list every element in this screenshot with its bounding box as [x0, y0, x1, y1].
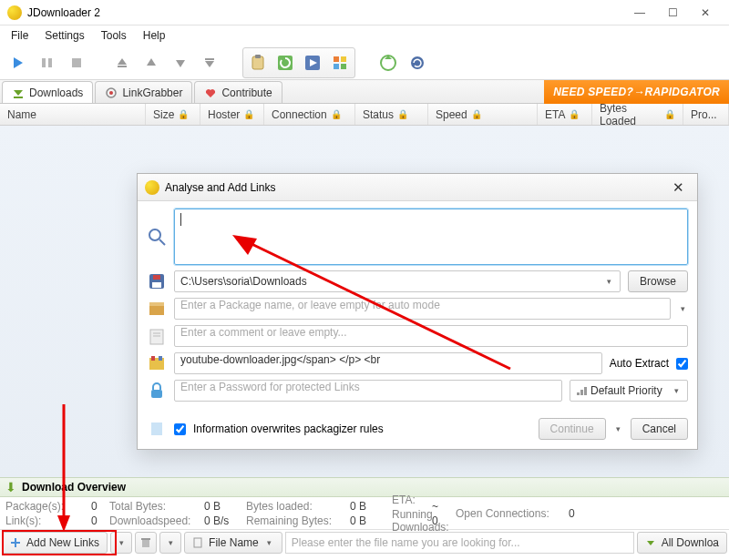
heart-icon — [204, 87, 217, 99]
col-eta[interactable]: ETA🔒 — [538, 104, 592, 125]
overview-title: Download Overview — [22, 481, 126, 494]
svg-rect-47 — [151, 390, 162, 398]
col-bytes-loaded[interactable]: Bytes Loaded🔒 — [592, 104, 683, 125]
reconnect-button[interactable] — [405, 50, 430, 76]
svg-point-25 — [109, 91, 113, 95]
svg-rect-45 — [151, 356, 155, 361]
move-up-button[interactable] — [139, 50, 164, 76]
plus-icon — [10, 537, 21, 548]
svg-rect-29 — [141, 538, 150, 540]
info-icon — [147, 419, 167, 439]
chunks-button[interactable] — [327, 50, 353, 76]
svg-rect-10 — [252, 56, 263, 69]
svg-rect-16 — [341, 56, 346, 62]
col-speed[interactable]: Speed🔒 — [428, 104, 538, 125]
continue-dropdown[interactable]: ▾ — [613, 424, 623, 433]
banner-ad[interactable]: NEED SPEED?→RAPIDGATOR — [544, 80, 729, 104]
dialog-title: Analyse and Add Links — [165, 181, 275, 194]
move-down-button[interactable] — [168, 50, 193, 76]
update-button[interactable] — [375, 50, 401, 76]
auto-reconnect-button[interactable] — [272, 50, 298, 76]
clipboard-button[interactable] — [245, 50, 271, 76]
stop-button[interactable] — [64, 50, 89, 76]
close-button[interactable]: ✕ — [689, 2, 722, 24]
col-size[interactable]: Size🔒 — [146, 104, 200, 125]
links-value: 0 — [91, 514, 98, 527]
trash-button[interactable] — [135, 532, 157, 554]
svg-rect-49 — [580, 390, 583, 395]
tab-contribute-label: Contribute — [221, 87, 272, 99]
tab-contribute[interactable]: Contribute — [194, 81, 282, 103]
menu-settings[interactable]: Settings — [37, 27, 91, 44]
add-new-links-button[interactable]: Add New Links — [2, 532, 108, 554]
package-name-input[interactable]: Enter a Package name, or leave empty for… — [174, 298, 671, 320]
auto-start-button[interactable] — [300, 50, 325, 76]
dialog-close-button[interactable]: ✕ — [667, 179, 690, 196]
tab-linkgrabber[interactable]: LinkGrabber — [95, 81, 192, 103]
svg-marker-4 — [118, 58, 127, 65]
download-overview-bar[interactable]: ⬇ Download Overview — [0, 477, 729, 497]
svg-rect-2 — [48, 58, 52, 67]
priority-dropdown[interactable]: Default Priority▾ — [570, 380, 688, 402]
svg-rect-28 — [142, 540, 149, 547]
analyse-add-links-dialog: Analyse and Add Links ✕ C:\Users\soria\D… — [137, 173, 698, 450]
svg-rect-40 — [149, 302, 164, 306]
archive-name-input[interactable]: youtube-downloader.jpg</span> </p> <br — [174, 352, 602, 374]
menu-help[interactable]: Help — [136, 27, 173, 44]
move-top-button[interactable] — [109, 50, 135, 76]
svg-marker-0 — [14, 57, 23, 68]
all-downloads-button[interactable]: All Downloa — [637, 532, 727, 554]
menu-bar: File Settings Tools Help — [0, 25, 729, 46]
path-dropdown[interactable]: C:\Users\soria\Downloads▾ — [174, 270, 621, 292]
comment-input[interactable]: Enter a comment or leave empty... — [174, 325, 688, 347]
svg-rect-17 — [334, 64, 339, 69]
menu-file[interactable]: File — [4, 27, 36, 44]
col-name[interactable]: Name — [0, 104, 146, 125]
menu-tools[interactable]: Tools — [94, 27, 134, 44]
auto-extract-checkbox[interactable] — [676, 358, 688, 370]
tab-downloads-label: Downloads — [29, 87, 83, 99]
toolbar — [0, 46, 729, 80]
col-hoster[interactable]: Hoster🔒 — [200, 104, 264, 125]
play-button[interactable] — [5, 50, 31, 76]
maximize-button[interactable]: ☐ — [656, 2, 689, 24]
svg-rect-48 — [577, 392, 580, 395]
svg-point-34 — [149, 229, 160, 240]
links-textarea[interactable] — [174, 209, 688, 265]
archive-icon — [147, 353, 167, 373]
cancel-button[interactable]: Cancel — [631, 418, 688, 440]
move-bottom-button[interactable] — [197, 50, 222, 76]
trash-dropdown-button[interactable]: ▾ — [159, 532, 181, 554]
add-dropdown-button[interactable]: ▾ — [110, 532, 132, 554]
priority-icon — [576, 385, 587, 396]
svg-rect-38 — [153, 275, 160, 280]
search-input[interactable]: Please enter the file name you are looki… — [285, 532, 634, 554]
col-status[interactable]: Status🔒 — [355, 104, 428, 125]
svg-rect-15 — [334, 56, 339, 62]
svg-marker-8 — [205, 61, 214, 67]
save-icon — [147, 271, 167, 291]
svg-rect-30 — [194, 538, 201, 547]
pause-button[interactable] — [35, 50, 60, 76]
tab-linkgrabber-label: LinkGrabber — [122, 87, 182, 99]
svg-marker-6 — [147, 58, 156, 66]
svg-rect-41 — [150, 330, 163, 344]
filename-filter[interactable]: File Name ▾ — [184, 532, 282, 554]
app-logo-icon — [7, 5, 22, 20]
svg-rect-27 — [11, 542, 20, 544]
add-new-links-label: Add New Links — [26, 536, 99, 549]
svg-rect-39 — [149, 305, 164, 315]
minimize-button[interactable]: — — [623, 2, 656, 24]
overwrite-checkbox[interactable] — [174, 423, 186, 435]
svg-rect-11 — [255, 55, 261, 58]
bottom-bar: Add New Links ▾ ▾ File Name ▾ Please ent… — [0, 530, 729, 555]
continue-button[interactable]: Continue — [539, 418, 606, 440]
col-pro[interactable]: Pro... — [683, 104, 729, 125]
col-connection[interactable]: Connection🔒 — [264, 104, 355, 125]
filename-label: File Name — [209, 536, 259, 549]
browse-button[interactable]: Browse — [628, 270, 688, 292]
password-input[interactable]: Enter a Password for protected Links — [174, 380, 562, 402]
dropdown-icon[interactable]: ▾ — [678, 304, 688, 313]
linkgrabber-icon — [105, 87, 118, 99]
tab-downloads[interactable]: Downloads — [2, 81, 93, 103]
